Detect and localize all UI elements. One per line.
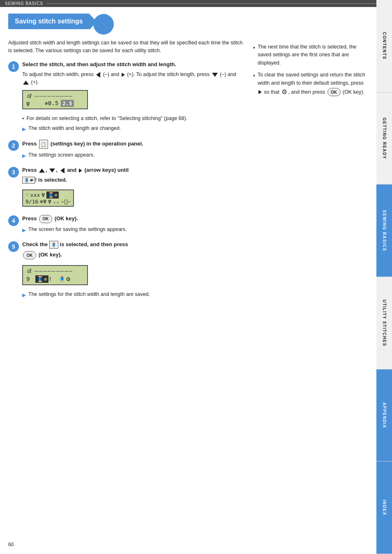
sidebar-item-utility-stitches[interactable]: UTILITY STITCHES: [376, 277, 392, 369]
ok-button-4: OK: [39, 215, 52, 223]
step-3-title: Press , , and (arrow keys) until: [22, 166, 245, 174]
page-title: Saving stitch settings: [8, 14, 89, 29]
step-5: 5 Check the 🧵 is selected, and then pres…: [8, 241, 245, 301]
page-number: 60: [8, 542, 14, 547]
stitch-display-3: ♡ xxx Ψ 🧵≉ 9/16 ⊕Ψ Ψ ᵥᵥ ~᷊~: [22, 189, 74, 207]
stitch-xxx: xxx: [30, 192, 40, 198]
lcd5-icons: 🧵≉!: [35, 276, 52, 282]
step-4: 4 Press OK (OK key). ▶ The screen for sa…: [8, 215, 245, 236]
sidebar-item-sewing-basics[interactable]: SEWING BASICS: [376, 185, 392, 277]
left-arrow-icon: [96, 72, 100, 78]
step-number-4: 4: [8, 215, 19, 226]
sidebar-item-appendix[interactable]: APPENDIX: [376, 369, 392, 462]
col-right: • The next time that the stitch is selec…: [253, 39, 368, 306]
two-col-layout: Adjusted stitch width and length setting…: [8, 39, 368, 306]
top-bar: SEWING BASICS: [0, 0, 392, 7]
sidebar-item-contents[interactable]: CONTENTS: [376, 0, 392, 92]
step-5-ok-line: OK (OK key).: [22, 251, 245, 259]
left-arrow-icon-3: [60, 168, 65, 173]
stitch-heart: ♡: [25, 192, 29, 198]
stitch-row-2: 9/16 ⊕Ψ Ψ ᵥᵥ ~᷊~: [25, 199, 71, 205]
right-arrow-icon-3: [79, 169, 82, 173]
lcd-display-1: ㎗ ───────── ψ ≉0.5 2.5: [22, 90, 88, 109]
sidebar-item-index[interactable]: INDEX: [376, 462, 392, 554]
stitch-ww: ᵥᵥ: [53, 199, 60, 205]
step-1: 1 Select the stitch, and then adjust the…: [8, 61, 245, 135]
lcd5-gear-area: 🧵⚙: [58, 275, 71, 283]
right-bullet-text-2: To clear the saved settings and return t…: [258, 71, 368, 97]
sidebar-label-index: INDEX: [382, 500, 387, 515]
lcd5-symbol: ㎗: [26, 268, 32, 275]
lcd-row-1: ㎗ ─────────: [26, 92, 84, 100]
step-number-3: 3: [8, 167, 19, 178]
right-bullet-dot-1: •: [253, 44, 255, 53]
step-5-sub-arrow: ▶ The settings for the stitch width and …: [22, 291, 245, 299]
bullet-icon: •: [22, 115, 24, 123]
down-arrow-icon-3: [49, 169, 55, 173]
stitch-icon-5: 🧵: [49, 241, 58, 249]
step-number-1: 1: [8, 61, 19, 72]
intro-text: Adjusted stitch width and length setting…: [8, 39, 245, 55]
stitch-bars1: Ψ: [42, 192, 45, 198]
step-2-content: Press 📋 (settings key) in the operation …: [22, 140, 245, 162]
lcd-width-label: ≉0.5: [44, 100, 58, 106]
gear-icon-5: ⚙: [66, 275, 70, 283]
step-1-sub-arrow: ▶ The stitch width and length are change…: [22, 125, 245, 133]
play-icon-right: [258, 90, 262, 94]
result-arrow-icon-5: ▶: [22, 291, 26, 299]
sidebar-item-getting-ready[interactable]: GETTING READY: [376, 92, 392, 185]
lcd5-row-2: 9 🧵≉! 🧵⚙: [26, 275, 84, 283]
step-5-content: Check the 🧵 is selected, and then press …: [22, 241, 245, 301]
stitch-row-1: ♡ xxx Ψ 🧵≉: [25, 192, 71, 199]
title-area: Saving stitch settings: [8, 14, 368, 35]
sidebar-label-appendix: APPENDIX: [382, 402, 387, 428]
right-bullet-dot-2: •: [253, 72, 255, 81]
step-2-arrow-text: The settings screen appears.: [28, 151, 95, 159]
step-1-title: Select the stitch, and then adjust the s…: [22, 61, 245, 68]
right-sidebar: CONTENTS GETTING READY SEWING BASICS UTI…: [376, 0, 392, 554]
stitch-wave: ~᷊~: [61, 199, 70, 205]
step-3-content: Press , , and (arrow keys) until 🧵≉! is …: [22, 166, 245, 210]
step-1-content: Select the stitch, and then adjust the s…: [22, 61, 245, 135]
lcd5-num: 9: [26, 276, 30, 282]
lcd-display-5: ㎗ ───────── 9 🧵≉! 🧵⚙: [22, 265, 88, 285]
step-2-title: Press 📋 (settings key) in the operation …: [22, 140, 245, 149]
lcd-length-value: 2.5: [61, 100, 74, 107]
step-1-body: To adjust the stitch width, press (–) an…: [22, 71, 245, 87]
sidebar-label-contents: CONTENTS: [382, 32, 387, 60]
step-1-bullet-text: For details on selecting a stitch, refer…: [26, 115, 187, 122]
step-3-selected-label: 🧵≉! is selected.: [22, 177, 245, 184]
lcd-stitch-icon: ψ: [26, 100, 30, 106]
step-1-arrow-text: The stitch width and length are changed.: [28, 125, 121, 132]
lcd5-selected: 🧵≉: [35, 275, 48, 283]
step-4-title: Press OK (OK key).: [22, 215, 245, 223]
main-content: Saving stitch settings Adjusted stitch w…: [0, 7, 376, 322]
result-arrow-icon-4: ▶: [22, 226, 26, 234]
sidebar-label-sewing-basics: SEWING BASICS: [382, 210, 387, 252]
sidebar-label-utility-stitches: UTILITY STITCHES: [382, 300, 387, 346]
up-arrow-icon: [23, 81, 29, 85]
stitch-selected-item: 🧵≉: [46, 192, 59, 199]
step-1-sub-bullet: • For details on selecting a stitch, ref…: [22, 115, 245, 123]
lcd-symbol: ㎗: [26, 92, 32, 100]
stitch-icon-3: 🧵≉: [22, 177, 35, 184]
right-arrow-icon: [122, 73, 125, 77]
stitch-cross: ⊕Ψ: [40, 199, 46, 205]
result-arrow-icon: ▶: [22, 125, 26, 133]
up-arrow-icon-3: [39, 169, 45, 173]
lcd5-row-1: ㎗ ─────────: [26, 268, 84, 275]
ok-button-5: OK: [23, 251, 36, 259]
step-number-2: 2: [8, 140, 19, 151]
stitch-num: 9/16: [25, 199, 38, 205]
right-bullet-2: • To clear the saved settings and return…: [253, 71, 368, 97]
right-bullet-text-1: The next time that the stitch is selecte…: [258, 43, 368, 67]
right-bullet-1: • The next time that the stitch is selec…: [253, 43, 368, 67]
step-4-arrow-text: The screen for saving the settings appea…: [28, 226, 127, 233]
settings-key-icon: 📋: [39, 140, 48, 149]
step-number-5: 5: [8, 241, 19, 252]
step-4-sub-arrow: ▶ The screen for saving the settings app…: [22, 226, 245, 234]
lcd-dashes: ─────────: [35, 93, 73, 99]
lcd-row-2: ψ ≉0.5 2.5: [26, 100, 84, 107]
lcd5-dashes: ─────────: [35, 268, 73, 275]
gear-icon-right: ⚙: [281, 87, 287, 97]
